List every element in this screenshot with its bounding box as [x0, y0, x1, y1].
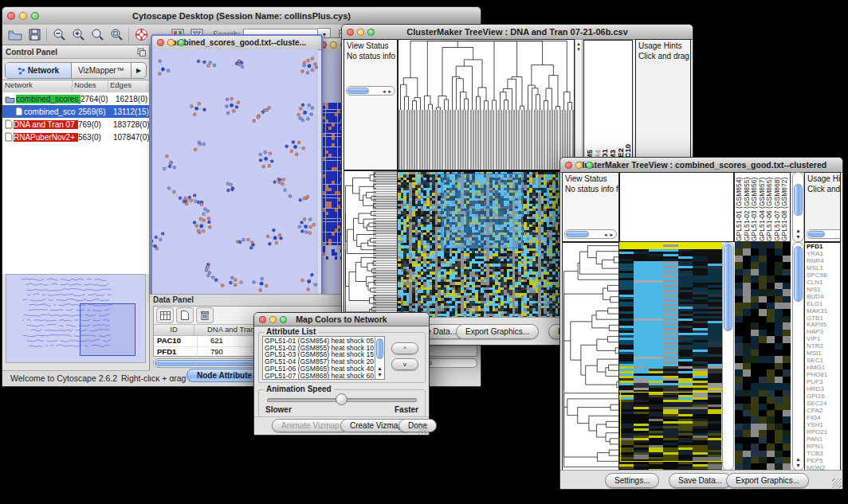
- tv1-row-dendrogram[interactable]: [344, 170, 398, 318]
- scrollbar-thumb[interactable]: [724, 244, 732, 331]
- attribute-item[interactable]: GPL51-03 (GSM856) heat shock 15 min: [265, 351, 384, 358]
- delete-attribute-button[interactable]: [196, 307, 214, 323]
- save-button[interactable]: [25, 26, 44, 44]
- tv1-heatmap-selection[interactable]: [442, 174, 523, 248]
- zoom-button[interactable]: [586, 162, 593, 169]
- tv2-zoom-heatmap[interactable]: [735, 242, 791, 471]
- treeview2-titlebar[interactable]: ClusterMaker TreeView : combined_scores_…: [560, 158, 842, 173]
- scrollbar-arrows[interactable]: ▲▼: [793, 228, 803, 240]
- attribute-item[interactable]: GPL51-07 (GSM868) heat shock 60 min: [265, 373, 384, 380]
- tab-network[interactable]: Network: [6, 63, 72, 78]
- minimize-button[interactable]: [357, 29, 364, 36]
- tv2-status-hscrollbar[interactable]: ◂ ▸: [564, 229, 617, 239]
- speed-slider-thumb[interactable]: [336, 393, 347, 405]
- attribute-item[interactable]: GPL51-02 (GSM855) heat shock 10 min: [265, 345, 384, 352]
- dialog-titlebar[interactable]: Map Colors to Network: [254, 313, 429, 326]
- tv2-heatmap-selection[interactable]: [620, 392, 722, 462]
- network-tree-row[interactable]: combined_sco2569(6)13112(15): [2, 105, 149, 118]
- tv2-column-label[interactable]: GPL51-07 (GSM868): [774, 173, 782, 241]
- new-attribute-button[interactable]: [176, 307, 194, 323]
- attribute-item[interactable]: GPL51-06 (GSM865) heat shock 40 min: [265, 365, 384, 373]
- scrollbar-thumb[interactable]: [794, 184, 803, 216]
- network-window-titlebar[interactable]: combined_scores_good.txt--cluste...: [152, 36, 321, 50]
- tv1-status-hscrollbar[interactable]: ◂ ▸: [346, 86, 395, 96]
- tv2-row-dendrogram[interactable]: [562, 242, 619, 471]
- tv2-gene-labels: PFD1YRA1RNR4MSL1SPC98CLN1NIS1BUD4ELG1MAK…: [804, 242, 841, 471]
- treeview1-titlebar[interactable]: ClusterMaker TreeView : DNA and Tran 07-…: [342, 25, 693, 40]
- help-button[interactable]: [132, 26, 151, 44]
- minimize-button[interactable]: [269, 316, 277, 323]
- resize-grip[interactable]: [832, 479, 842, 488]
- zoom-out-button[interactable]: [49, 26, 69, 44]
- close-button[interactable]: [157, 39, 164, 46]
- scrollbar-arrows[interactable]: ◂ ▸: [383, 87, 392, 96]
- tv1-export-graphics-button[interactable]: Export Graphics...: [456, 324, 539, 339]
- tv2-column-label[interactable]: GPL51-01 (GSM854): [736, 173, 744, 241]
- attribute-item[interactable]: GPL51-01 (GSM854) heat shock 05 min: [265, 338, 384, 345]
- minimize-button[interactable]: [19, 12, 27, 20]
- minimize-button[interactable]: [330, 41, 337, 49]
- tv2-usage-hscrollbar[interactable]: [807, 229, 841, 239]
- tv1-column-dendrogram[interactable]: [398, 39, 575, 170]
- network-tree-row[interactable]: combined_scores_2764(0)16218(0): [2, 92, 149, 105]
- tab-vizmapper[interactable]: VizMapper™: [72, 63, 131, 78]
- move-down-button[interactable]: v: [391, 358, 418, 370]
- scrollbar-thumb[interactable]: [566, 231, 589, 237]
- scrollbar-arrows[interactable]: ◂ ▸: [604, 230, 614, 240]
- tab-overflow-button[interactable]: ▶: [131, 63, 146, 78]
- open-file-button[interactable]: [6, 26, 25, 44]
- close-button[interactable]: [565, 162, 572, 169]
- tv2-collabel-vscrollbar[interactable]: ▲▼: [792, 172, 804, 242]
- zoom-button[interactable]: [367, 29, 375, 36]
- network-tree-row[interactable]: DNA and Tran 07769(0)183728(0): [2, 118, 149, 131]
- zoom-button[interactable]: [178, 39, 185, 46]
- resize-grip[interactable]: [418, 424, 428, 434]
- scrollbar-arrows[interactable]: ▲▼: [375, 365, 384, 378]
- network-canvas[interactable]: [152, 49, 318, 295]
- minimize-button[interactable]: [575, 162, 583, 169]
- faster-label: Faster: [395, 405, 418, 414]
- zoom-fit-button[interactable]: [107, 26, 126, 44]
- tv2-heat-vscrollbar[interactable]: [722, 242, 734, 471]
- scrollbar-arrows[interactable]: ▲▼: [793, 456, 803, 469]
- attribute-list-vscrollbar[interactable]: ▲▼: [375, 337, 384, 379]
- tv1-column-labels: GIM5GIM4PFD1GIM3YKE2PAC10: [583, 40, 633, 169]
- move-up-button[interactable]: ^: [391, 342, 418, 354]
- tv1-col-scroll-arrows[interactable]: ▲▼: [575, 39, 583, 170]
- zoom-button[interactable]: [31, 12, 39, 20]
- float-panel-icon[interactable]: [137, 48, 146, 57]
- scrollbar-thumb[interactable]: [347, 88, 369, 94]
- scrollbar-thumb[interactable]: [376, 338, 383, 359]
- close-button[interactable]: [347, 29, 354, 36]
- select-attributes-button[interactable]: [156, 307, 174, 323]
- tv2-column-label[interactable]: GPL51-02 (GSM855): [744, 173, 752, 241]
- tv2-column-label[interactable]: GPL51-06 (GSM865): [766, 173, 774, 241]
- done-button[interactable]: Done: [398, 419, 437, 432]
- zoom-actual-button[interactable]: [88, 26, 107, 44]
- tv2-column-label[interactable]: GPL51-03 (GSM856): [751, 173, 759, 241]
- attribute-item[interactable]: GPL51-04 (GSM857) heat shock 20 min: [265, 358, 384, 365]
- scrollbar-thumb[interactable]: [794, 246, 803, 302]
- zoom-in-button[interactable]: [69, 26, 88, 44]
- desktop: Cytoscape Desktop (Session Name: collins…: [0, 0, 848, 504]
- close-button[interactable]: [259, 316, 266, 323]
- network-overview[interactable]: [6, 274, 146, 363]
- overview-viewport-rect[interactable]: [80, 303, 135, 356]
- tv2-zoom-vscrollbar[interactable]: ▲▼: [792, 242, 804, 471]
- network-tree-row[interactable]: RNAPuberNov2+563(0)107847(0): [2, 131, 149, 143]
- tv2-column-label[interactable]: GPL51-08 (GSM872): [781, 173, 789, 241]
- zoom-button[interactable]: [280, 316, 287, 323]
- map-colors-dialog: Map Colors to Network Attribute List GPL…: [253, 312, 430, 436]
- tv2-export-graphics-button[interactable]: Export Graphics...: [726, 473, 809, 488]
- nodes-count: 2764(0): [80, 95, 116, 104]
- tv2-save-data-button[interactable]: Save Data...: [669, 473, 732, 488]
- animate-vizmap-button[interactable]: Animate Vizmap: [272, 419, 349, 432]
- attribute-list[interactable]: GPL51-01 (GSM854) heat shock 05 minGPL51…: [262, 336, 385, 380]
- scrollbar-thumb[interactable]: [808, 231, 825, 237]
- col-network: Network: [2, 80, 73, 92]
- tv2-column-labels: GPL51-01 (GSM854)GPL51-02 (GSM855)GPL51-…: [734, 172, 791, 242]
- close-button[interactable]: [7, 12, 15, 20]
- tv2-settings-button[interactable]: Settings...: [605, 473, 659, 488]
- tv2-column-label[interactable]: GPL51-04 (GSM857): [759, 173, 767, 241]
- minimize-button[interactable]: [167, 39, 175, 46]
